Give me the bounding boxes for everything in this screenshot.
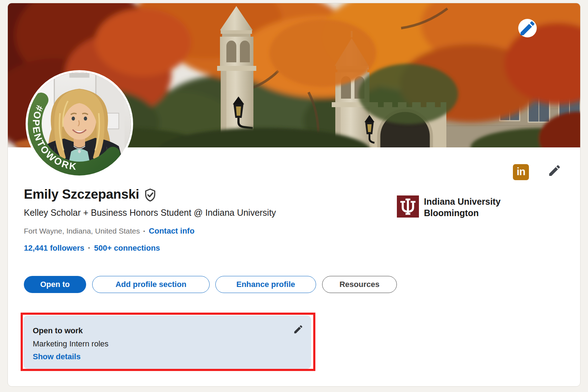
pencil-icon	[547, 163, 562, 178]
education-line1: Indiana University	[424, 196, 500, 207]
education-line2: Bloomington	[424, 207, 500, 219]
open-to-work-card: Open to work Marketing Intern roles Show…	[23, 315, 311, 369]
followers-link[interactable]: 12,441 followers	[24, 244, 84, 253]
separator-dot: ·	[143, 227, 146, 235]
pencil-icon	[518, 3, 537, 100]
profile-edit-button[interactable]	[546, 163, 563, 179]
resources-button[interactable]: Resources	[322, 276, 397, 293]
education-module[interactable]: Indiana University Bloomington	[397, 195, 500, 219]
indiana-university-logo	[397, 195, 419, 218]
enhance-profile-button[interactable]: Enhance profile	[215, 276, 316, 293]
connections-link[interactable]: 500+ connections	[94, 244, 160, 253]
profile-headline: Kelley Scholar + Business Honors Student…	[24, 208, 276, 218]
open-to-work-roles: Marketing Intern roles	[33, 339, 311, 349]
education-name: Indiana University Bloomington	[424, 195, 500, 219]
profile-location: Fort Wayne, Indiana, United States	[24, 227, 140, 235]
open-to-work-edit-button[interactable]	[293, 324, 304, 335]
add-profile-section-button[interactable]: Add profile section	[92, 276, 210, 293]
profile-photo[interactable]: #OPENTOWORK	[26, 70, 133, 178]
linkedin-premium-icon: in	[513, 164, 529, 180]
contact-info-link[interactable]: Contact info	[149, 226, 194, 236]
banner-edit-button[interactable]	[518, 19, 537, 37]
avatar-illustration: #OPENTOWORK	[26, 70, 133, 178]
verified-shield-icon[interactable]	[144, 188, 157, 202]
show-details-link[interactable]: Show details	[33, 352, 80, 361]
open-to-work-title: Open to work	[33, 326, 311, 335]
separator-dot: ·	[88, 244, 90, 253]
profile-card: #OPENTOWORK in Emily Szczepanski Kelley …	[7, 3, 581, 387]
pencil-icon	[293, 324, 304, 335]
open-to-button[interactable]: Open to	[24, 276, 86, 293]
profile-name: Emily Szczepanski	[24, 187, 139, 202]
linkedin-in-glyph: in	[517, 167, 525, 177]
